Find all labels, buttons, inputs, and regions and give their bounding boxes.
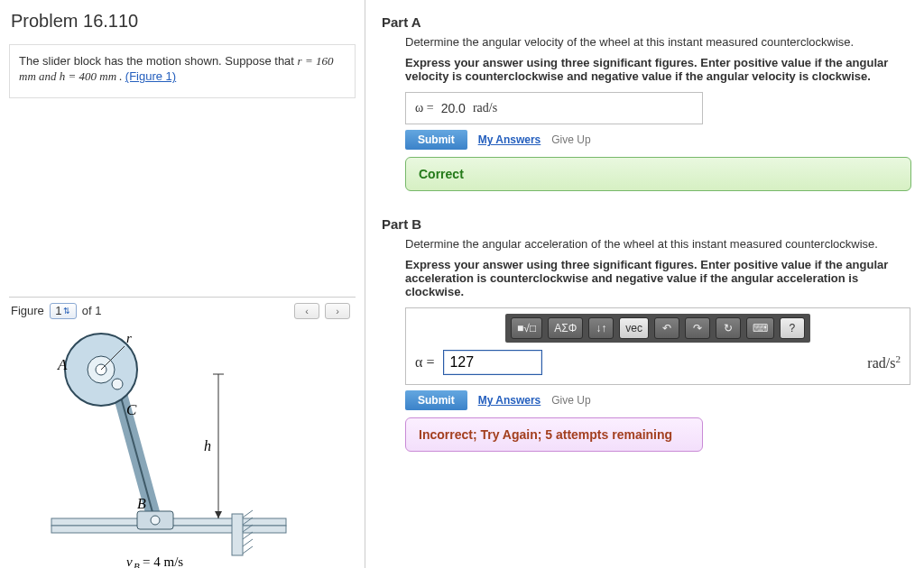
toolbar-undo-button[interactable]: ↶: [654, 317, 679, 339]
svg-text:B: B: [134, 561, 140, 568]
toolbar-vec-button[interactable]: vec: [619, 317, 649, 339]
part-a-submit-button[interactable]: Submit: [405, 130, 467, 150]
part-a-give-up[interactable]: Give Up: [551, 133, 590, 146]
part-a-feedback: Correct: [405, 157, 911, 191]
part-b-my-answers-link[interactable]: My Answers: [478, 394, 541, 407]
toolbar-sort-button[interactable]: ↓↑: [588, 317, 614, 339]
part-b-feedback: Incorrect; Try Again; 5 attempts remaini…: [405, 417, 703, 452]
toolbar-redo-button[interactable]: ↷: [685, 317, 710, 339]
part-a-my-answers-link[interactable]: My Answers: [478, 133, 541, 146]
part-b-equation-editor: ■√□ ΑΣΦ ↓↑ vec ↶ ↷ ↻ ⌨ ? α = rad/s2: [405, 307, 910, 385]
part-b-var: α =: [415, 354, 434, 371]
equation-toolbar: ■√□ ΑΣΦ ↓↑ vec ↶ ↷ ↻ ⌨ ?: [505, 314, 810, 343]
svg-point-21: [112, 379, 123, 389]
figure-select[interactable]: 1 ⇅: [50, 303, 77, 319]
toolbar-keyboard-button[interactable]: ⌨: [746, 317, 774, 339]
svg-text:B: B: [137, 496, 146, 511]
undo-icon: ↶: [662, 322, 671, 334]
svg-text:r: r: [126, 331, 132, 345]
figure-of: of 1: [82, 304, 102, 317]
svg-line-8: [243, 546, 253, 554]
part-a-unit: rad/s: [473, 101, 497, 115]
part-a-title: Part A: [382, 14, 911, 30]
part-a-answer-box: ω = 20.0 rad/s: [405, 92, 703, 124]
svg-text:h: h: [204, 438, 211, 453]
svg-marker-11: [215, 511, 222, 518]
figure-prev-button[interactable]: ‹: [294, 303, 319, 319]
figure-label: Figure: [11, 304, 44, 317]
problem-title: Problem 16.110: [11, 11, 356, 32]
part-a-var: ω =: [415, 101, 434, 115]
help-icon: ?: [790, 322, 796, 334]
part-a-instruction: Express your answer using three signific…: [405, 56, 911, 83]
svg-text:v: v: [126, 554, 133, 568]
reset-icon: ↻: [724, 322, 733, 334]
svg-rect-2: [232, 514, 243, 555]
redo-icon: ↷: [693, 322, 702, 334]
chevron-left-icon: ‹: [305, 306, 309, 316]
svg-point-16: [151, 516, 160, 525]
part-a-prompt: Determine the angular velocity of the wh…: [405, 35, 911, 49]
part-b-answer-input[interactable]: [443, 350, 542, 375]
svg-text:A: A: [57, 356, 68, 373]
part-b-title: Part B: [382, 216, 911, 232]
figure-next-button[interactable]: ›: [325, 303, 350, 319]
toolbar-greek-button[interactable]: ΑΣΦ: [548, 317, 583, 339]
toolbar-templates-button[interactable]: ■√□: [511, 317, 542, 339]
keyboard-icon: ⌨: [753, 322, 768, 334]
part-b-unit: rad/s2: [867, 353, 901, 371]
figure-image: h B r A C v B: [9, 325, 356, 568]
svg-line-3: [243, 510, 253, 518]
chevron-updown-icon: ⇅: [63, 307, 70, 316]
chevron-right-icon: ›: [336, 306, 339, 316]
svg-text:= 4 m/s: = 4 m/s: [143, 554, 183, 568]
part-a-value: 20.0: [441, 101, 466, 115]
figure-current: 1: [55, 304, 61, 317]
svg-text:C: C: [126, 401, 137, 418]
stmt-prefix: The slider block has the motion shown. S…: [19, 54, 298, 68]
part-b-submit-button[interactable]: Submit: [405, 390, 467, 410]
problem-statement: The slider block has the motion shown. S…: [9, 44, 356, 98]
toolbar-reset-button[interactable]: ↻: [716, 317, 741, 339]
toolbar-help-button[interactable]: ?: [780, 317, 805, 339]
figure-link[interactable]: (Figure 1): [125, 69, 176, 83]
svg-line-7: [243, 539, 253, 546]
part-b-give-up[interactable]: Give Up: [551, 394, 590, 407]
part-b-prompt: Determine the angular acceleration of th…: [405, 237, 911, 251]
figure-header: Figure 1 ⇅ of 1 ‹ ›: [9, 297, 356, 325]
part-b-instruction: Express your answer using three signific…: [405, 258, 911, 298]
